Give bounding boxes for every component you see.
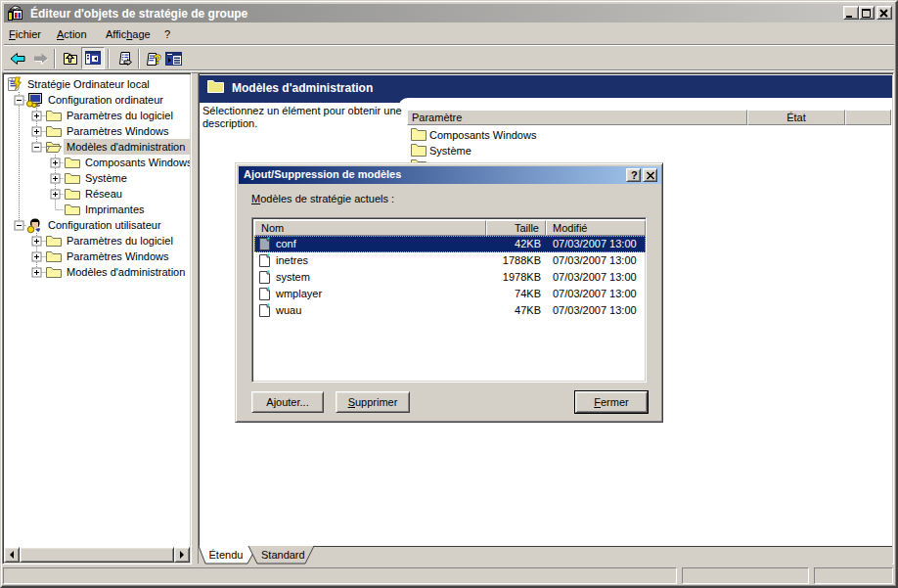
svg-text:Paramètres Windows: Paramètres Windows: [67, 250, 169, 262]
svg-text:?: ?: [631, 169, 638, 181]
svg-text:Étendu: Étendu: [209, 549, 244, 561]
svg-text:Modèles d'administration: Modèles d'administration: [67, 266, 185, 278]
svg-text:Configuration ordinateur: Configuration ordinateur: [48, 94, 163, 106]
svg-text:Paramètres du logiciel: Paramètres du logiciel: [67, 235, 173, 247]
svg-text:?: ?: [154, 52, 161, 67]
svg-text:Paramètres Windows: Paramètres Windows: [67, 125, 169, 137]
svg-text:Standard: Standard: [261, 549, 305, 561]
svg-text:Configuration utilisateur: Configuration utilisateur: [48, 219, 161, 231]
svg-text:Composants Windows: Composants Windows: [85, 157, 190, 168]
svg-text:Modèles d'administration: Modèles d'administration: [67, 141, 185, 153]
svg-text:Système: Système: [85, 172, 127, 184]
svg-text:Paramètres du logiciel: Paramètres du logiciel: [67, 110, 173, 121]
svg-text:Stratégie Ordinateur local: Stratégie Ordinateur local: [27, 78, 150, 90]
svg-text:Imprimantes: Imprimantes: [85, 204, 145, 215]
svg-text:Réseau: Réseau: [85, 188, 122, 200]
